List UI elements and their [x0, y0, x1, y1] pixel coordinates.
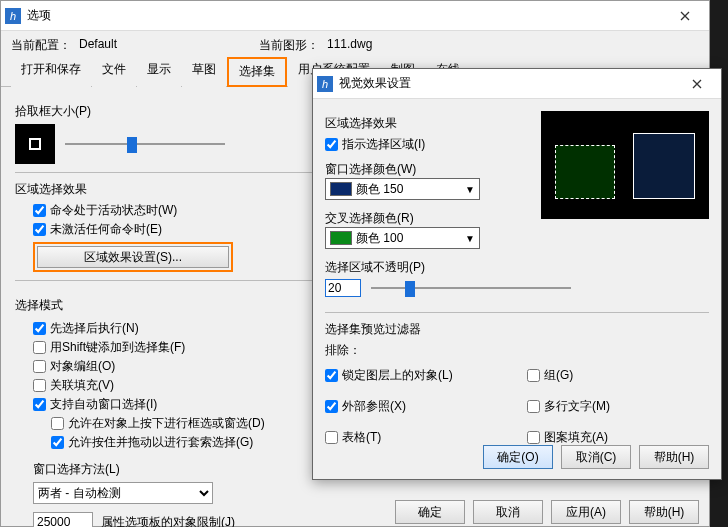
popup-buttons: 确定(O) 取消(C) 帮助(H): [483, 445, 709, 469]
window-preview-box: [633, 133, 695, 199]
square-icon: [29, 138, 41, 150]
chevron-down-icon: ▼: [465, 184, 475, 195]
win-color-select[interactable]: 颜色 150 ▼: [325, 178, 480, 200]
close-icon: [692, 79, 702, 89]
limit-label: 属性选项板的对象限制(J): [101, 514, 235, 528]
pickbox-slider[interactable]: [65, 134, 225, 154]
exclude-label: 排除：: [325, 342, 709, 359]
popup-ok-button[interactable]: 确定(O): [483, 445, 553, 469]
opacity-input[interactable]: [325, 279, 361, 297]
popup-cancel-button[interactable]: 取消(C): [561, 445, 631, 469]
visual-effects-dialog: h 视觉效果设置 区域选择效果 指示选择区域(I) 窗口选择颜色(W) 颜色 1…: [312, 68, 722, 480]
titlebar: h 选项: [1, 1, 709, 31]
app-icon: h: [5, 8, 21, 24]
win-method-select[interactable]: 两者 - 自动检测: [33, 482, 213, 504]
app-icon: h: [317, 76, 333, 92]
color-swatch-icon: [330, 231, 352, 245]
info-row: 当前配置： Default 当前图形： 111.dwg: [1, 31, 709, 56]
selection-preview: [541, 111, 709, 219]
chevron-down-icon: ▼: [465, 233, 475, 244]
drawing-value: 111.dwg: [327, 37, 372, 54]
chk-hatch[interactable]: 图案填充(A): [527, 429, 709, 446]
close-button[interactable]: [665, 2, 705, 30]
color-swatch-icon: [330, 182, 352, 196]
popup-body: 区域选择效果 指示选择区域(I) 窗口选择颜色(W) 颜色 150 ▼ 交叉选择…: [313, 99, 721, 456]
slider-thumb[interactable]: [405, 281, 415, 297]
drawing-label: 当前图形：: [259, 37, 319, 54]
limit-input[interactable]: [33, 512, 93, 527]
filter-grid: 锁定图层上的对象(L) 组(G) 外部参照(X) 多行文字(M) 表格(T) 图…: [325, 365, 709, 448]
slider-thumb[interactable]: [127, 137, 137, 153]
popup-titlebar: h 视觉效果设置: [313, 69, 721, 99]
cancel-button[interactable]: 取消: [473, 500, 543, 524]
chk-mtext[interactable]: 多行文字(M): [527, 398, 709, 415]
popup-title: 视觉效果设置: [339, 75, 677, 92]
help-button[interactable]: 帮助(H): [629, 500, 699, 524]
tab-draft[interactable]: 草图: [182, 57, 226, 87]
crossing-preview-box: [555, 145, 615, 199]
tab-file[interactable]: 文件: [92, 57, 136, 87]
popup-close-button[interactable]: [677, 70, 717, 98]
window-title: 选项: [27, 7, 665, 24]
region-settings-button[interactable]: 区域效果设置(S)...: [37, 246, 229, 268]
chk-table[interactable]: 表格(T): [325, 429, 507, 446]
chk-group[interactable]: 组(G): [527, 367, 709, 384]
chk-xref[interactable]: 外部参照(X): [325, 398, 507, 415]
dialog-buttons: 确定 取消 应用(A) 帮助(H): [395, 500, 699, 524]
region-btn-highlight: 区域效果设置(S)...: [33, 242, 233, 272]
tab-selection[interactable]: 选择集: [227, 57, 287, 87]
tab-open-save[interactable]: 打开和保存: [11, 57, 91, 87]
tab-display[interactable]: 显示: [137, 57, 181, 87]
config-label: 当前配置：: [11, 37, 71, 54]
cross-color-select[interactable]: 颜色 100 ▼: [325, 227, 480, 249]
popup-help-button[interactable]: 帮助(H): [639, 445, 709, 469]
filter-title: 选择集预览过滤器: [325, 321, 709, 338]
opacity-slider[interactable]: [371, 278, 571, 298]
ok-button[interactable]: 确定: [395, 500, 465, 524]
apply-button[interactable]: 应用(A): [551, 500, 621, 524]
opacity-label: 选择区域不透明(P): [325, 259, 709, 276]
chk-locked[interactable]: 锁定图层上的对象(L): [325, 367, 507, 384]
close-icon: [680, 11, 690, 21]
pickbox-preview: [15, 124, 55, 164]
config-value: Default: [79, 37, 259, 54]
